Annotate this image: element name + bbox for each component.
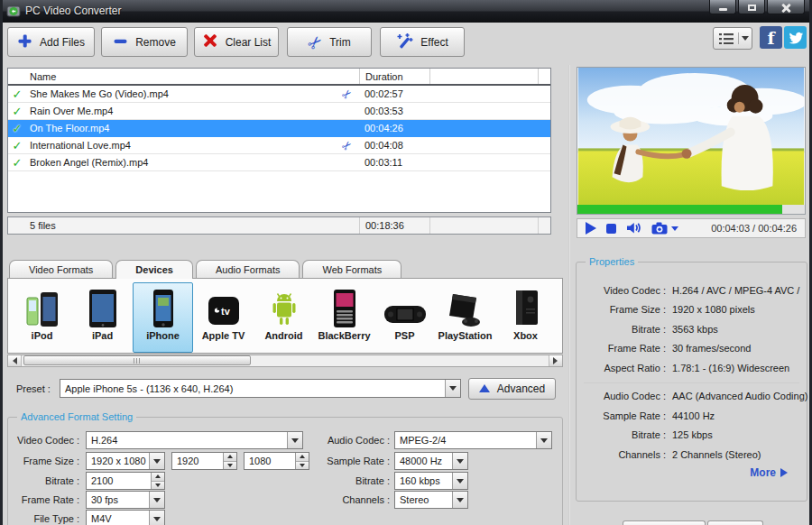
remove-label: Remove	[135, 36, 176, 49]
facebook-button[interactable]: f	[760, 26, 782, 49]
preset-dropdown-arrow[interactable]	[445, 380, 460, 397]
audio-bitrate-label: Bitrate :	[307, 475, 390, 486]
titlebar[interactable]: PC Video Converter	[0, 0, 812, 23]
add-plus-icon	[17, 33, 32, 51]
name-column-header[interactable]: Name	[26, 71, 359, 82]
file-type-select[interactable]: M4V	[86, 510, 165, 525]
spin-down-icon[interactable]	[224, 462, 236, 470]
prop-video-codec-label: Video Codec :	[577, 285, 666, 296]
file-row[interactable]: ✓ She Makes Me Go (Video).mp4 ✂ 00:02:57	[8, 86, 550, 103]
channels-select[interactable]: Stereo	[394, 491, 468, 509]
ipad-icon	[86, 285, 120, 328]
file-row[interactable]: ✓ Rain Over Me.mp4 00:03:53	[8, 103, 550, 120]
advanced-button[interactable]: Advanced	[468, 378, 556, 400]
minimize-button[interactable]	[709, 0, 736, 14]
device-xbox[interactable]: Xbox	[495, 282, 556, 353]
scroll-right-button[interactable]	[549, 355, 562, 366]
preview-controls: 00:04:03 / 00:04:26	[577, 218, 806, 238]
chevron-down-icon	[457, 479, 464, 487]
file-row[interactable]: ✓ International Love.mp4 ✂ 00:04:08	[8, 137, 550, 154]
file-type-label: File Type :	[2, 513, 79, 524]
frame-height-stepper[interactable]: 1080	[244, 452, 309, 470]
maximize-button[interactable]	[738, 0, 765, 14]
prop-video-codec-value: H.264 / AVC / MPEG-4 AVC /	[672, 285, 799, 296]
file-name: On The Floor.mp4	[30, 123, 109, 134]
device-ipad[interactable]: iPad	[72, 282, 133, 353]
maximize-icon	[748, 5, 756, 11]
video-bitrate-stepper[interactable]: 2100	[86, 472, 165, 490]
properties-legend: Properties	[586, 256, 638, 267]
scrollbar-thumb[interactable]	[23, 355, 251, 365]
trimmed-scissors-icon: ✂	[338, 88, 355, 101]
file-list: Name Duration ✓ She Makes Me Go (Video).…	[7, 68, 551, 213]
view-mode-button[interactable]	[713, 27, 752, 50]
devices-panel: iPod iPad iPhone tv Apple TV Android Bla…	[7, 278, 563, 354]
file-duration: 00:02:57	[359, 88, 429, 99]
devices-scrollbar[interactable]	[7, 355, 563, 367]
frame-rate-select[interactable]: 30 fps	[86, 491, 165, 509]
device-blackberry[interactable]: BlackBerry	[314, 282, 374, 353]
apple-tv-icon: tv	[206, 285, 242, 328]
device-playstation[interactable]: PlayStation	[435, 282, 495, 353]
device-android[interactable]: Android	[254, 282, 314, 353]
check-icon: ✓	[13, 156, 23, 170]
frame-width-stepper[interactable]: 1920	[171, 452, 237, 470]
check-icon: ✓	[13, 139, 23, 152]
device-apple-tv[interactable]: tv Apple TV	[193, 282, 254, 353]
twitter-button[interactable]	[784, 26, 807, 49]
audio-bitrate-select[interactable]: 160 kbps	[394, 472, 468, 490]
spin-up-icon[interactable]	[152, 473, 164, 482]
partial-button[interactable]	[623, 520, 706, 525]
partial-button[interactable]	[707, 520, 763, 525]
chevron-down-icon	[457, 498, 464, 506]
frame-size-select[interactable]: 1920 x 1080	[86, 452, 165, 470]
close-icon	[781, 4, 790, 13]
app-window: PC Video Converter Add Files Remove Clea…	[0, 0, 812, 525]
file-duration: 00:03:53	[359, 106, 429, 116]
preset-select[interactable]: Apple iPhone 5s - (1136 x 640, H.264)	[60, 379, 461, 398]
stop-button[interactable]	[606, 224, 616, 234]
spin-down-icon[interactable]	[152, 482, 164, 490]
trim-scissors-icon: ✂	[303, 30, 328, 54]
trim-button[interactable]: ✂ Trim	[287, 27, 372, 57]
prop-audio-bitrate-label: Bitrate :	[577, 429, 666, 440]
trimmed-scissors-icon: ✂	[338, 139, 355, 152]
window-controls	[709, 0, 805, 14]
spin-up-icon[interactable]	[224, 453, 236, 462]
tab-video-formats[interactable]: Video Formats	[9, 260, 113, 278]
snapshot-button[interactable]	[651, 222, 678, 235]
close-button[interactable]	[767, 0, 805, 14]
tab-web-formats[interactable]: Web Formats	[302, 260, 401, 278]
scrollbar-track[interactable]	[22, 355, 549, 366]
volume-button[interactable]	[626, 221, 641, 236]
device-psp[interactable]: PSP	[374, 282, 435, 353]
remove-minus-icon	[113, 33, 128, 51]
file-name: International Love.mp4	[30, 140, 131, 151]
video-codec-select[interactable]: H.264	[86, 431, 303, 449]
view-mode-dropdown[interactable]	[738, 32, 752, 44]
tab-devices[interactable]: Devices	[115, 260, 193, 279]
file-row-selected[interactable]: ✓ On The Floor.mp4 00:04:26	[8, 120, 550, 137]
remove-button[interactable]: Remove	[101, 27, 188, 57]
effect-button[interactable]: Effect	[380, 27, 465, 57]
playback-progress-bar[interactable]	[577, 205, 805, 214]
prop-frame-rate-value: 30 frames/second	[672, 343, 751, 354]
tab-audio-formats[interactable]: Audio Formats	[196, 260, 300, 278]
play-button[interactable]	[586, 222, 596, 235]
file-row[interactable]: ✓ Broken Angel (Remix).mp4 00:03:11	[8, 154, 550, 171]
prop-audio-codec-label: Audio Codec :	[577, 391, 666, 401]
scroll-left-button[interactable]	[8, 355, 22, 366]
sample-rate-select[interactable]: 48000 Hz	[394, 452, 468, 470]
duration-column-header[interactable]: Duration	[359, 69, 429, 84]
add-files-button[interactable]: Add Files	[7, 27, 95, 57]
frame-size-label: Frame Size :	[2, 456, 79, 466]
audio-codec-select[interactable]: MPEG-2/4	[394, 431, 552, 449]
clear-x-icon	[202, 32, 218, 51]
more-link[interactable]: More	[577, 466, 807, 479]
device-ipod[interactable]: iPod	[12, 282, 72, 353]
snapshot-dropdown-icon[interactable]	[671, 226, 678, 235]
chevron-down-icon	[742, 36, 749, 44]
file-list-header[interactable]: Name Duration	[8, 69, 550, 86]
device-iphone[interactable]: iPhone	[133, 282, 193, 353]
clear-list-button[interactable]: Clear List	[194, 27, 279, 57]
